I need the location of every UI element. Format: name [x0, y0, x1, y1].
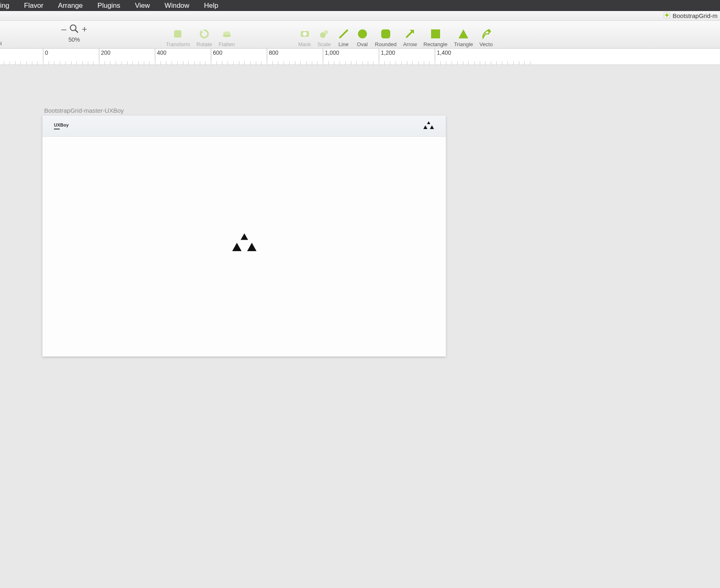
transform-button[interactable]: Transform: [163, 28, 193, 47]
mask-icon: [299, 28, 311, 40]
menu-window[interactable]: Window: [157, 2, 197, 10]
artboard[interactable]: UXBoy: [42, 116, 446, 356]
artboard-title[interactable]: BootstrapGrid-master-UXBoy: [44, 107, 124, 114]
rounded-button[interactable]: Rounded: [372, 28, 400, 47]
rectangle-label: Rectangle: [423, 41, 447, 47]
arrow-button[interactable]: Arrow: [400, 28, 420, 47]
zoom-value: 50%: [69, 36, 80, 43]
line-button[interactable]: Line: [334, 28, 353, 47]
triangle-logo-large-icon: [231, 233, 257, 258]
menu-flavor[interactable]: Flavor: [17, 2, 51, 10]
svg-rect-12: [381, 29, 390, 38]
rotate-icon: [198, 28, 210, 40]
menu-view[interactable]: View: [127, 2, 157, 10]
transform-icon: [172, 28, 184, 40]
vector-button[interactable]: Vecto: [476, 28, 496, 47]
mask-label: Mask: [298, 41, 311, 47]
artboard-header: UXBoy: [42, 116, 446, 137]
arrow-icon: [404, 28, 416, 40]
canvas[interactable]: BootstrapGrid-master-UXBoy UXBoy: [0, 65, 720, 588]
zoom-out-button[interactable]: –: [61, 24, 66, 35]
rounded-label: Rounded: [375, 41, 397, 47]
uxboy-label: UXBoy: [54, 122, 69, 129]
svg-rect-14: [431, 29, 440, 38]
uxboy-text: UXBoy: [54, 122, 69, 127]
toolbar: ol – + 50% Transform Rotate: [0, 21, 720, 49]
scale-label: Scale: [318, 41, 331, 47]
zoom-control: – + 50%: [61, 23, 87, 43]
rounded-icon: [380, 28, 392, 40]
oval-label: Oval: [357, 41, 368, 47]
edit-tool-group: Transform Rotate Flatten: [163, 28, 238, 48]
zoom-in-button[interactable]: +: [82, 24, 87, 35]
triangle-icon: [457, 28, 470, 40]
scale-icon: [318, 28, 330, 40]
oval-button[interactable]: Oval: [353, 28, 372, 47]
svg-point-9: [324, 30, 328, 34]
triangle-logo-icon: [423, 121, 434, 131]
vector-icon: [480, 28, 492, 40]
line-icon: [338, 28, 350, 40]
flatten-label: Flatten: [219, 41, 235, 47]
triangle-button[interactable]: Triangle: [451, 28, 476, 47]
svg-point-11: [358, 29, 367, 38]
magnifier-icon[interactable]: [69, 23, 79, 36]
menu-plugins[interactable]: Plugins: [90, 2, 128, 10]
menu-help[interactable]: Help: [197, 2, 226, 10]
rectangle-button[interactable]: Rectangle: [420, 28, 451, 47]
menu-prototyping[interactable]: otyping: [0, 2, 17, 10]
svg-line-2: [75, 30, 78, 32]
tool-label-partial: ol: [0, 40, 2, 47]
menu-arrange[interactable]: Arrange: [51, 2, 90, 10]
rotate-label: Rotate: [197, 41, 212, 47]
transform-label: Transform: [166, 41, 190, 47]
svg-point-7: [303, 32, 307, 36]
arrow-label: Arrow: [403, 41, 417, 47]
flatten-icon: [221, 28, 233, 40]
window-title: BootstrapGrid-m: [673, 12, 718, 19]
horizontal-ruler[interactable]: 02004006008001,0001,2001,400: [0, 49, 720, 65]
svg-line-10: [340, 30, 347, 38]
flatten-button[interactable]: Flatten: [215, 28, 238, 47]
underline-decoration: [54, 129, 60, 129]
rotate-button[interactable]: Rotate: [193, 28, 215, 47]
svg-rect-3: [174, 30, 181, 38]
scale-button[interactable]: Scale: [314, 28, 334, 47]
oval-icon: [356, 28, 369, 40]
shape-tool-group: Mask Scale Line Oval Rounded: [295, 28, 496, 48]
rectangle-icon: [429, 28, 442, 40]
menu-bar: otyping Flavor Arrange Plugins View Wind…: [0, 0, 720, 11]
triangle-label: Triangle: [454, 41, 473, 47]
artboard-body: [42, 137, 446, 356]
svg-point-5: [223, 31, 230, 35]
vector-label: Vecto: [479, 41, 493, 47]
title-bar: BootstrapGrid-m: [0, 11, 720, 21]
mask-button[interactable]: Mask: [295, 28, 314, 47]
svg-line-13: [406, 31, 412, 38]
line-label: Line: [338, 41, 349, 47]
document-icon: [664, 12, 673, 20]
